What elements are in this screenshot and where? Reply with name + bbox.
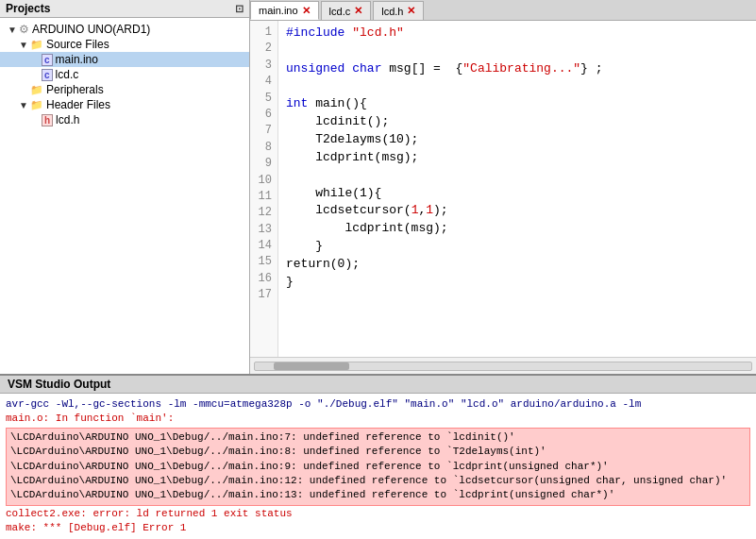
error-line-2: \LCDArduino\ARDUINO UNO_1\Debug/../main.…	[10, 445, 746, 459]
tab-lcd-c[interactable]: lcd.c ✕	[321, 1, 372, 20]
folder-icon: 📁	[30, 84, 43, 96]
scrollbar-thumb[interactable]	[274, 362, 349, 370]
tree-item-arduino-uno[interactable]: ▼ ⚙ ARDUINO UNO(ARD1)	[0, 22, 249, 37]
tab-label: lcd.c	[329, 6, 351, 17]
tree-label: Peripherals	[46, 83, 104, 96]
projects-resize-icon[interactable]: ⊡	[235, 3, 244, 15]
horizontal-scrollbar[interactable]	[254, 362, 752, 371]
tree-item-source-files[interactable]: ▼ 📁 Source Files	[0, 37, 249, 52]
line-numbers: 1 2 3 4 5 6 7 8 9 10 11 12 13 14 15 16 1…	[250, 21, 278, 357]
error-block: \LCDArduino\ARDUINO UNO_1\Debug/../main.…	[6, 428, 750, 506]
tree-label: Source Files	[46, 38, 109, 51]
tab-main-ino[interactable]: main.ino ✕	[250, 1, 319, 20]
arrow-icon: ▼	[19, 100, 28, 110]
output-panel: VSM Studio Output avr-gcc -Wl,--gc-secti…	[0, 374, 756, 539]
tree-label: lcd.c	[56, 68, 79, 81]
error-line-5: \LCDArduino\ARDUINO UNO_1\Debug/../main.…	[10, 488, 746, 502]
output-line-cmd: avr-gcc -Wl,--gc-sections -lm -mmcu=atme…	[6, 397, 750, 412]
folder-icon: 📁	[30, 39, 43, 51]
error-line-3: \LCDArduino\ARDUINO UNO_1\Debug/../main.…	[10, 460, 746, 474]
projects-tree: ▼ ⚙ ARDUINO UNO(ARD1) ▼ 📁 Source Files c…	[0, 18, 249, 374]
tab-label: lcd.h	[381, 6, 403, 17]
error-line-4: \LCDArduino\ARDUINO UNO_1\Debug/../main.…	[10, 474, 746, 488]
output-line-collect: collect2.exe: error: ld returned 1 exit …	[6, 507, 750, 521]
arrow-icon	[30, 115, 40, 126]
editor-area: main.ino ✕ lcd.c ✕ lcd.h ✕ 1 2 3 4 5 6 7…	[250, 0, 756, 374]
tab-close-main-ino[interactable]: ✕	[302, 5, 311, 17]
tab-label: main.ino	[259, 5, 298, 16]
tree-label: ARDUINO UNO(ARD1)	[32, 23, 150, 36]
arrow-icon	[19, 85, 28, 95]
arrow-icon: ▼	[19, 40, 28, 50]
projects-title: Projects	[6, 2, 50, 15]
output-content[interactable]: avr-gcc -Wl,--gc-sections -lm -mmcu=atme…	[0, 394, 756, 539]
ino-file-icon: c	[42, 54, 53, 66]
output-line-make: make: *** [Debug.elf] Error 1	[6, 521, 750, 535]
output-header: VSM Studio Output	[0, 376, 756, 394]
projects-header: Projects ⊡	[0, 0, 249, 18]
tabs-bar: main.ino ✕ lcd.c ✕ lcd.h ✕	[250, 0, 756, 21]
arrow-icon	[30, 55, 40, 65]
tree-item-main-ino[interactable]: c main.ino	[0, 52, 249, 67]
tab-close-lcd-h[interactable]: ✕	[407, 5, 415, 17]
h-file-icon: h	[42, 114, 53, 126]
tab-close-lcd-c[interactable]: ✕	[354, 5, 362, 17]
tree-label: main.ino	[56, 53, 98, 66]
output-line-blank	[6, 536, 750, 539]
tree-item-header-files[interactable]: ▼ 📁 Header Files	[0, 97, 249, 112]
c-file-icon: c	[42, 69, 53, 81]
code-editor[interactable]: #include "lcd.h" unsigned char msg[] = {…	[278, 21, 756, 357]
tree-item-lcd-h[interactable]: h lcd.h	[0, 112, 249, 127]
projects-panel: Projects ⊡ ▼ ⚙ ARDUINO UNO(ARD1) ▼ 📁 Sou…	[0, 0, 250, 374]
tree-item-lcd-c[interactable]: c lcd.c	[0, 67, 249, 82]
folder-icon: 📁	[30, 99, 43, 111]
tab-lcd-h[interactable]: lcd.h ✕	[373, 1, 424, 20]
tree-label: lcd.h	[56, 113, 79, 126]
arrow-icon: ▼	[8, 25, 17, 35]
output-line-error-main: main.o: In function `main':	[6, 412, 750, 426]
arrow-icon	[30, 70, 40, 80]
tree-label: Header Files	[46, 98, 110, 111]
code-container[interactable]: 1 2 3 4 5 6 7 8 9 10 11 12 13 14 15 16 1…	[250, 21, 756, 357]
error-line-1: \LCDArduino\ARDUINO UNO_1\Debug/../main.…	[10, 430, 746, 445]
tree-item-peripherals[interactable]: 📁 Peripherals	[0, 82, 249, 97]
scrollbar-area[interactable]	[250, 357, 756, 374]
chip-icon: ⚙	[19, 23, 29, 36]
